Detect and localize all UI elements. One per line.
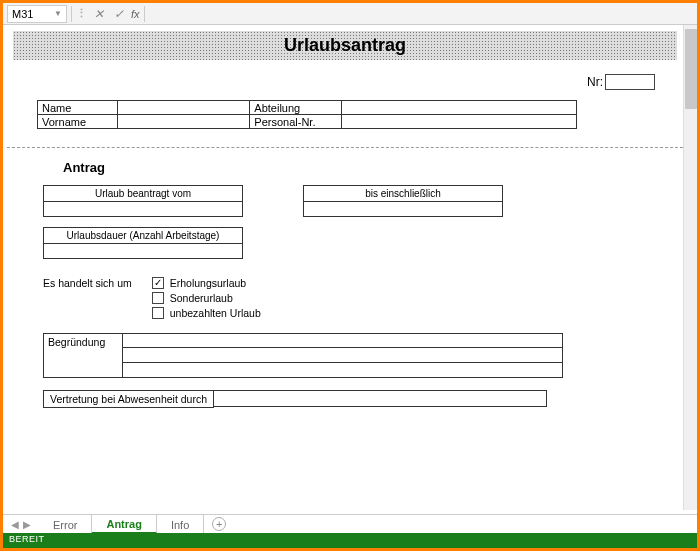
duration-value-cell[interactable] [43,243,243,259]
nav-next-icon[interactable]: ▶ [23,519,31,530]
reason-label: Begründung [43,333,123,378]
option-label: Erholungsurlaub [170,277,246,289]
status-bar: BEREIT [3,533,697,548]
tab-nav-buttons[interactable]: ◀ ▶ [3,515,39,534]
leave-type-intro: Es handelt sich um [43,277,132,319]
checkbox-icon[interactable] [152,277,164,289]
reason-line-cell[interactable] [123,348,563,363]
status-text: BEREIT [9,534,45,544]
date-to-box: bis einschließlich [303,185,503,217]
date-from-value-cell[interactable] [43,201,243,217]
date-to-value-cell[interactable] [303,201,503,217]
leave-type-block: Es handelt sich um Erholungsurlaub Sonde… [5,259,685,319]
new-sheet-button[interactable]: + [212,517,226,531]
vertical-scrollbar[interactable] [683,25,697,510]
reason-block: Begründung [43,333,685,378]
nr-label: Nr: [587,75,603,89]
substitute-block: Vertretung bei Abwesenheit durch [43,390,685,408]
reason-line-cell[interactable] [123,333,563,348]
option-label: unbezahlten Urlaub [170,307,261,319]
worksheet-area[interactable]: Urlaubsantrag Nr: Name Abteilung Vorname… [3,25,697,510]
vorname-label: Vorname [38,115,118,129]
cell-reference-box[interactable]: M31 ▼ [7,5,67,23]
checkbox-icon[interactable] [152,307,164,319]
leave-type-options: Erholungsurlaub Sonderurlaub unbezahlten… [152,277,261,319]
table-row: Name Abteilung [38,101,577,115]
substitute-value-cell[interactable] [214,390,547,407]
duration-label: Urlaubsdauer (Anzahl Arbeitstage) [43,227,243,243]
option-unbezahlter-urlaub[interactable]: unbezahlten Urlaub [152,307,261,319]
cancel-icon[interactable]: ✕ [91,6,107,22]
duration-box: Urlaubsdauer (Anzahl Arbeitstage) [43,227,243,259]
employee-info-table: Name Abteilung Vorname Personal-Nr. [37,100,577,129]
colon-icon: ⋮ [76,7,87,20]
date-from-box: Urlaub beantragt vom [43,185,243,217]
tab-error[interactable]: Error [39,515,92,534]
separator [71,6,72,22]
formula-bar: M31 ▼ ⋮ ✕ ✓ fx [3,3,697,25]
document-title: Urlaubsantrag [13,31,677,60]
section-heading: Antrag [5,148,685,185]
personalnr-value-cell[interactable] [342,115,577,129]
date-range-row: Urlaub beantragt vom bis einschließlich [5,185,685,217]
name-value-cell[interactable] [117,101,250,115]
nr-row: Nr: [5,60,685,100]
cell-reference-text: M31 [12,8,33,20]
name-label: Name [38,101,118,115]
abteilung-label: Abteilung [250,101,342,115]
chevron-down-icon[interactable]: ▼ [54,9,62,18]
option-sonderurlaub[interactable]: Sonderurlaub [152,292,261,304]
vorname-value-cell[interactable] [117,115,250,129]
option-label: Sonderurlaub [170,292,233,304]
substitute-label: Vertretung bei Abwesenheit durch [43,390,214,408]
reason-lines [123,333,563,378]
nr-value-cell[interactable] [605,74,655,90]
personalnr-label: Personal-Nr. [250,115,342,129]
nav-prev-icon[interactable]: ◀ [11,519,19,530]
checkbox-icon[interactable] [152,292,164,304]
tab-antrag[interactable]: Antrag [92,515,156,534]
reason-line-cell[interactable] [123,363,563,378]
separator [144,6,145,22]
formula-input[interactable] [149,5,693,23]
date-from-label: Urlaub beantragt vom [43,185,243,201]
option-erholungsurlaub[interactable]: Erholungsurlaub [152,277,261,289]
confirm-icon[interactable]: ✓ [111,6,127,22]
abteilung-value-cell[interactable] [342,101,577,115]
sheet-tab-strip: ◀ ▶ Error Antrag Info + [3,514,697,534]
fx-icon[interactable]: fx [131,8,140,20]
date-to-label: bis einschließlich [303,185,503,201]
table-row: Vorname Personal-Nr. [38,115,577,129]
tab-info[interactable]: Info [157,515,204,534]
